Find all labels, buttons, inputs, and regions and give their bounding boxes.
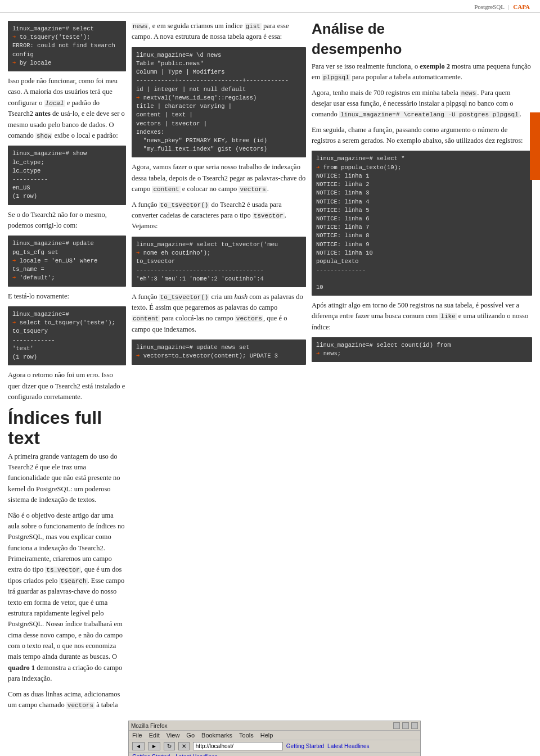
code-line: 'test' [12,345,122,353]
code-line: lc_ctype [12,167,122,175]
code-line: linux_magazine=# [12,310,122,319]
col-mid: news, e em seguida criamos um índice gis… [132,21,306,715]
para-mid-intro: news, e em seguida criamos um índice gis… [132,21,306,43]
header-capa: CAPA [513,3,530,10]
para-right-2: Agora, tenho mais de 700 registros em mi… [312,88,532,120]
code-line: ERROR: could not find tsearch config [12,42,122,58]
code-line: id | integer | not null default [136,85,302,94]
menu-bookmarks[interactable]: Bookmarks [201,732,232,739]
bookmark-1[interactable]: Getting Started [286,743,324,749]
bookmark-getting-started[interactable]: Getting Started [132,754,170,756]
stop-button[interactable]: ✕ [178,742,190,750]
col-right: Análise de desempenho Para ver se isso r… [312,21,532,715]
menu-go[interactable]: Go [186,732,195,739]
code-line: 10 [316,283,528,292]
code-block-count: linux_magazine=# select count(id) from ➜… [312,337,532,362]
code-line: Indexes: [136,128,302,137]
para-indices-2: Não é o objetivo deste artigo dar uma au… [8,510,126,685]
bookmarks-bar: Getting Started Latest Headlines [129,753,420,756]
code-line: ➜ locale = 'en_US' where ts_name = [12,257,122,274]
code-line: "my_full_text_index" gist (vectors) [136,145,302,153]
para-retorno: Agora o retorno não foi um erro. Isso qu… [8,370,126,402]
menu-tools[interactable]: Tools [239,732,254,739]
code-line: ➜ nextval('news_id_seq'::regclass) [136,94,302,102]
para-tsvector-intro: A função to_tsvector() do Tsearch2 é usa… [132,200,306,232]
minimize-btn[interactable] [393,722,400,729]
code-line: ➜ 'default'; [12,274,122,282]
code-line: en_US [12,184,122,192]
menu-edit[interactable]: Edit [149,732,160,739]
para-indices-1: A primeira grande vantagem do uso do Tse… [8,451,126,506]
titlebar-text: Mozilla Firefox [131,723,391,729]
code-line: linux_magazine=# select count(id) from [316,341,528,350]
code-line: linux_magazine=# select * [316,155,528,163]
reload-button[interactable]: ↻ [164,742,175,750]
code-line: (1 row) [12,353,122,361]
para-intro: Isso pode não funcionar, como foi meu ca… [8,76,126,141]
code-line: linux_magazine=# select to_tsvector('meu [136,241,302,249]
menu-view[interactable]: View [166,732,180,739]
code-line: linux_magazine=# select [12,25,122,33]
code-line: linux_magazine=# update pg_ts_cfg set [12,239,122,256]
indices-heading: Índices full text [8,408,126,447]
code-line: -------------- [316,266,528,274]
code-line: popula_texto [316,257,528,266]
code-line: NOTICE: linha 9 [316,241,528,249]
para-right-4: Após atingir algo em torno de 500 regist… [312,300,532,333]
code-block-popula: linux_magazine=# select * ➜ from popula_… [312,151,532,296]
code-line: linux_magazine=# update news set [136,343,302,352]
close-btn[interactable] [411,722,418,729]
bookmark-2[interactable]: Latest Headlines [327,743,370,749]
code-block-tsvector-demo: linux_magazine=# select to_tsvector('meu… [132,237,306,287]
code-line: to_tsquery [12,327,122,336]
code-line: linux_magazine=# show lc_ctype; [12,150,122,166]
header-bar: PostgreSQL | CAPA [0,0,540,13]
para-indexacao: Agora, vamos fazer o que seria nosso tra… [132,162,306,194]
bookmark-latest-headlines[interactable]: Latest Headlines [176,754,218,756]
code-line: NOTICE: linha 10 [316,249,528,257]
code-line: ➜ nome eh coutinho'); [136,249,302,257]
code-line: ➜ vectors=to_tsvector(content); UPDATE 3 [136,352,302,360]
code-line: to_tsvector [136,257,302,266]
code-line: title | character varying | [136,102,302,111]
code-line: ---------- [12,175,122,184]
code-block-update-news: linux_magazine=# update news set ➜ vecto… [132,339,306,364]
back-button[interactable]: ◄ [132,742,145,750]
code-line: vectors | tsvector | [136,120,302,128]
code-line: "news_pkey" PRIMARY KEY, btree (id) [136,137,302,145]
code-line: ➜ news; [316,350,528,358]
maximize-btn[interactable] [402,722,409,729]
forward-button[interactable]: ► [148,742,160,750]
code-line: Table "public.news" [136,60,302,68]
code-line: ------------ [12,336,122,345]
code-line: NOTICE: linha 4 [316,198,528,206]
url-bar[interactable] [193,742,283,750]
para-corrigi: Se o do Tsearch2 não for o mesmo, podemo… [8,210,126,232]
col-left: linux_magazine=# select ➜ to_tsquery('te… [8,21,126,715]
para-indices-3: Com as duas linhas acima, adicionamos um… [8,689,126,711]
code-line: ------------------------------------ [136,266,302,274]
browser-menubar: File Edit View Go Bookmarks Tools Help [129,731,420,740]
code-line: NOTICE: linha 1 [316,172,528,180]
code-block-table-news: linux_magazine=# \d news Table "public.n… [132,47,306,158]
code-line: NOTICE: linha 6 [316,215,528,223]
browser-toolbar: ◄ ► ↻ ✕ Getting Started Latest Headlines [129,740,420,753]
para-right-1: Para ver se isso realmente funciona, o e… [312,61,532,83]
code-line: Column | Type | Modifiers [136,68,302,76]
para-testar: E testá-lo novamente: [8,291,126,302]
header-pipe: | [508,3,509,10]
code-line: -----------+------------------+---------… [136,76,302,85]
bottom-area: Mozilla Firefox File Edit View Go Bookma… [0,715,540,756]
main-content: linux_magazine=# select ➜ to_tsquery('te… [0,13,540,715]
code-line: NOTICE: linha 2 [316,180,528,189]
menu-help[interactable]: Help [260,732,273,739]
code-block-select-tsquery: linux_magazine=# ➜ select to_tsquery('te… [8,306,126,365]
code-line: NOTICE: linha 5 [316,206,528,215]
header-postgresql: PostgreSQL [474,3,504,10]
code-block-tsquery-error: linux_magazine=# select ➜ to_tsquery('te… [8,21,126,71]
para-hash: A função to_tsvector() cria um hash com … [132,292,306,336]
menu-file[interactable]: File [132,732,142,739]
analise-heading-1: Análise de [312,21,532,38]
browser-titlebar: Mozilla Firefox [129,721,420,731]
page-wrapper: PostgreSQL | CAPA linux_magazine=# selec… [0,0,540,756]
